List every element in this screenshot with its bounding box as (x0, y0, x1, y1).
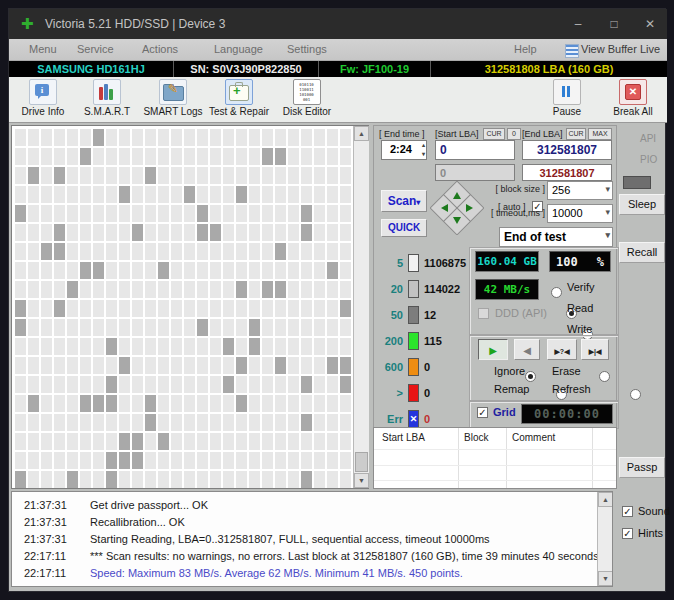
block-cell (67, 243, 78, 260)
end-lba-cur-button[interactable]: CUR (566, 128, 586, 140)
block-cell (158, 300, 169, 317)
seek-error-button[interactable]: ▶?◀ (547, 339, 577, 360)
scroll-up-icon[interactable]: ▲ (354, 126, 369, 141)
block-cell (41, 471, 52, 488)
block-cell (119, 205, 130, 222)
start-lba-zero-button[interactable]: 0 (507, 128, 521, 140)
block-map-scrollbar[interactable]: ▲ ▼ (353, 126, 369, 488)
seek-end-button[interactable]: ▶|◀ (581, 339, 609, 360)
block-cell (236, 452, 247, 469)
block-cell (249, 433, 260, 450)
scroll-down-icon[interactable]: ▼ (598, 571, 613, 586)
block-cell (288, 471, 299, 488)
ddd-api-checkbox[interactable] (478, 308, 489, 319)
quick-button[interactable]: QUICK (381, 219, 427, 237)
scan-direction-pad[interactable] (430, 181, 484, 235)
log-scrollbar[interactable]: ▲ ▼ (597, 492, 613, 586)
pause-button[interactable]: Pause (535, 79, 599, 121)
block-cell (327, 148, 338, 165)
sound-checkbox[interactable]: ✓ (622, 506, 633, 517)
block-cell (288, 357, 299, 374)
end-lba-max-button[interactable]: MAX (588, 128, 612, 140)
menu-item-menu[interactable]: Menu (29, 43, 57, 55)
disk-editor-button[interactable]: 010110 110011 101000 001 Disk Editor (275, 79, 339, 121)
block-cell (327, 205, 338, 222)
minimize-button-icon[interactable]: – (567, 15, 589, 33)
log-entry: Recallibration... OK (90, 516, 185, 528)
scroll-down-icon[interactable]: ▼ (354, 473, 369, 488)
column-header-start-lba[interactable]: Start LBA (382, 432, 425, 443)
menu-item-view-buffer-live[interactable]: View Buffer Live (581, 43, 660, 55)
block-cell (28, 281, 39, 298)
column-header-comment[interactable]: Comment (512, 432, 555, 443)
test-repair-button[interactable]: + Test & Repair (207, 79, 271, 121)
column-header-block[interactable]: Block (464, 432, 488, 443)
scan-button[interactable]: Scan▾ (381, 190, 427, 212)
close-button-icon[interactable]: ✕ (639, 15, 661, 33)
block-cell (301, 224, 312, 241)
block-cell (145, 433, 156, 450)
block-cell (106, 338, 117, 355)
maximize-button-icon[interactable]: □ (603, 15, 625, 33)
block-cell (314, 452, 325, 469)
block-cell (158, 452, 169, 469)
refresh-radio[interactable] (630, 389, 641, 400)
block-cell (41, 395, 52, 412)
refresh-label: Refresh (552, 383, 591, 395)
block-cell (288, 129, 299, 146)
block-cell (249, 186, 260, 203)
block-cell (327, 129, 338, 146)
start-lba-input[interactable]: 0 (435, 140, 515, 160)
menu-item-service[interactable]: Service (77, 43, 114, 55)
stat-value-5: 1106875 (424, 257, 466, 269)
block-cell (158, 319, 169, 336)
percent-display: 100 % (549, 251, 611, 272)
menu-item-actions[interactable]: Actions (142, 43, 178, 55)
block-cell (197, 300, 208, 317)
view-buffer-icon[interactable] (565, 44, 579, 58)
end-lba-input[interactable]: 312581807 (522, 140, 612, 160)
start-lba-cur-button[interactable]: CUR (483, 128, 505, 140)
block-cell (288, 300, 299, 317)
smart-logs-button[interactable]: ✎ SMART Logs (141, 79, 205, 121)
recall-button[interactable]: Recall (619, 242, 665, 263)
block-cell (28, 319, 39, 336)
end-time-spinner[interactable]: 2:24 ▴ ▾ (381, 140, 427, 160)
scroll-up-icon[interactable]: ▲ (598, 492, 613, 507)
hints-checkbox[interactable]: ✓ (622, 528, 633, 539)
sleep-button[interactable]: Sleep (619, 194, 665, 215)
block-cell (275, 433, 286, 450)
menu-item-help[interactable]: Help (514, 43, 537, 55)
timeout-combo[interactable]: 10000 ▾ (547, 204, 613, 223)
menu-item-language[interactable]: Language (214, 43, 263, 55)
menu-item-settings[interactable]: Settings (287, 43, 327, 55)
block-cell (210, 167, 221, 184)
verify-radio[interactable] (551, 287, 562, 298)
smart-button[interactable]: S.M.A.R.T (75, 79, 139, 121)
block-size-combo[interactable]: 256 ▾ (547, 181, 613, 200)
spin-up-icon[interactable]: ▴ (422, 141, 425, 149)
block-cell (171, 167, 182, 184)
back-button[interactable]: ◀ (514, 339, 540, 360)
end-action-combo[interactable]: End of test ▾ (499, 227, 613, 247)
block-cell (106, 319, 117, 336)
block-cell (132, 281, 143, 298)
passp-button[interactable]: Passp (619, 457, 665, 478)
start-button[interactable]: ▶ (478, 339, 508, 360)
block-cell (223, 186, 234, 203)
block-cell (15, 452, 26, 469)
block-cell (106, 452, 117, 469)
scrollbar-thumb[interactable] (355, 452, 368, 472)
block-cell (54, 376, 65, 393)
block-cell (184, 281, 195, 298)
spin-down-icon[interactable]: ▾ (422, 150, 425, 158)
block-cell (314, 376, 325, 393)
block-cell (236, 471, 247, 488)
block-cell (67, 338, 78, 355)
erase-radio[interactable] (599, 371, 610, 382)
grid-checkbox[interactable]: ✓ (477, 407, 488, 418)
block-cell (28, 205, 39, 222)
break-all-button[interactable]: ✕ Break All (601, 79, 665, 121)
block-cell (262, 338, 273, 355)
drive-info-button[interactable]: i Drive Info (11, 79, 75, 121)
